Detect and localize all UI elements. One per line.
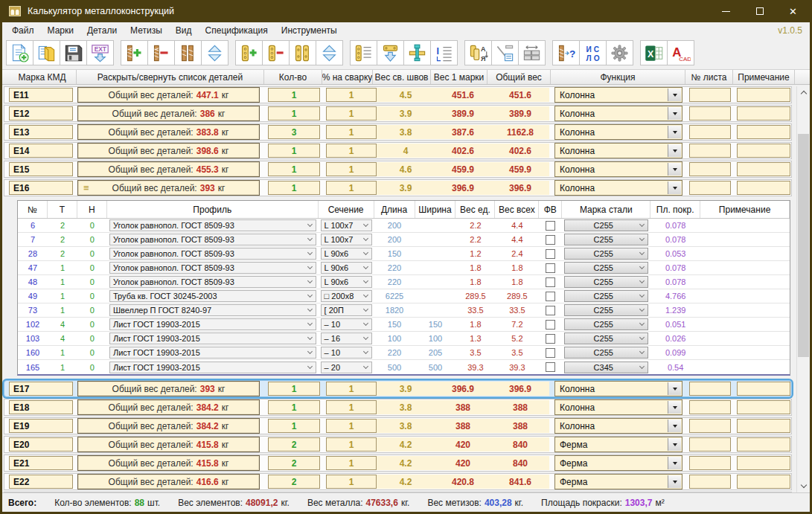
quantity-field[interactable]: 3 bbox=[268, 125, 320, 139]
fv-checkbox[interactable] bbox=[546, 221, 555, 231]
minimize-button[interactable] bbox=[709, 0, 743, 22]
function-select[interactable]: Колонна bbox=[554, 381, 682, 396]
weld-percent-field[interactable]: 1 bbox=[326, 456, 377, 470]
export-autocad-button[interactable]: ACAD bbox=[667, 40, 694, 65]
weld-percent-field[interactable]: 1 bbox=[326, 437, 377, 452]
section-select[interactable]: – 10 bbox=[321, 347, 372, 359]
note-field[interactable] bbox=[737, 400, 790, 414]
steel-grade-select[interactable]: C255 bbox=[564, 234, 648, 245]
note-field[interactable] bbox=[737, 88, 790, 102]
sheet-number-field[interactable] bbox=[689, 181, 731, 195]
sheet-number-field[interactable] bbox=[689, 162, 731, 176]
export-ext-button[interactable]: EXT bbox=[86, 40, 114, 65]
section-select[interactable]: L 90x6 bbox=[321, 262, 372, 274]
fv-checkbox[interactable] bbox=[546, 348, 555, 358]
fv-checkbox[interactable] bbox=[546, 235, 555, 245]
expand-details-button[interactable]: Общий вес деталей:416.6кг bbox=[77, 474, 260, 489]
weld-percent-field[interactable]: 1 bbox=[326, 88, 377, 102]
sort-marks-button[interactable]: АЯ bbox=[464, 40, 492, 65]
function-select[interactable]: Колонна bbox=[554, 418, 682, 434]
expand-details-button[interactable]: Общий вес деталей:398.6кг bbox=[77, 143, 260, 158]
note-field[interactable] bbox=[737, 382, 790, 396]
menu-item-2[interactable]: Марки bbox=[41, 23, 80, 38]
maximize-button[interactable] bbox=[743, 0, 776, 22]
profile-select[interactable]: Уголок равнопол. ГОСТ 8509-93 bbox=[109, 234, 316, 245]
quantity-field[interactable]: 2 bbox=[268, 475, 320, 489]
move-mark-button[interactable] bbox=[201, 40, 228, 65]
quantity-field[interactable]: 1 bbox=[268, 162, 320, 176]
insert-detail-button[interactable] bbox=[377, 40, 404, 65]
mark-input[interactable]: E20 bbox=[9, 437, 73, 452]
steel-grade-select[interactable]: C255 bbox=[564, 276, 648, 288]
function-select[interactable]: Колонна bbox=[554, 143, 682, 158]
expand-details-button[interactable]: Общий вес деталей:455.3кг bbox=[77, 161, 260, 177]
add-mark-button[interactable] bbox=[121, 40, 148, 65]
section-select[interactable]: [ 20П bbox=[321, 304, 372, 316]
save-button[interactable] bbox=[60, 40, 87, 65]
mark-input[interactable]: E15 bbox=[9, 162, 73, 176]
fv-checkbox[interactable] bbox=[546, 362, 555, 372]
menu-item-3[interactable]: Детали bbox=[80, 23, 124, 38]
sheet-number-field[interactable] bbox=[689, 419, 731, 433]
fv-checkbox[interactable] bbox=[546, 263, 555, 273]
steel-grade-select[interactable]: C255 bbox=[564, 290, 648, 302]
mark-input[interactable]: E16 bbox=[9, 181, 73, 195]
note-field[interactable] bbox=[737, 475, 790, 489]
note-field[interactable] bbox=[737, 144, 790, 158]
menu-item-5[interactable]: Вид bbox=[169, 23, 199, 38]
vertical-scrollbar[interactable] bbox=[796, 86, 810, 492]
mark-input[interactable]: E14 bbox=[9, 144, 73, 158]
fit-columns-button[interactable] bbox=[518, 40, 546, 65]
steel-grade-select[interactable]: C255 bbox=[564, 347, 648, 359]
new-document-button[interactable] bbox=[6, 40, 33, 65]
fasteners-button[interactable] bbox=[403, 40, 431, 65]
expand-details-button[interactable]: Общий вес деталей:415.8кг bbox=[77, 455, 260, 471]
numbering-button[interactable]: ИСЛО bbox=[579, 40, 607, 65]
weld-percent-field[interactable]: 1 bbox=[326, 181, 377, 195]
weld-percent-field[interactable]: 1 bbox=[326, 106, 377, 121]
sheet-number-field[interactable] bbox=[689, 125, 731, 139]
fv-checkbox[interactable] bbox=[546, 306, 555, 315]
sheet-number-field[interactable] bbox=[689, 382, 731, 396]
menu-item-7[interactable]: Инструменты bbox=[275, 23, 344, 38]
expand-details-button[interactable]: Общий вес деталей:386кг bbox=[77, 106, 260, 121]
fv-checkbox[interactable] bbox=[546, 249, 555, 259]
section-select[interactable]: L 90x6 bbox=[321, 276, 372, 288]
menu-item-1[interactable]: Файл bbox=[5, 23, 41, 38]
profile-select[interactable]: Лист ГОСТ 19903-2015 bbox=[109, 362, 316, 373]
profile-select[interactable]: Уголок равнопол. ГОСТ 8509-93 bbox=[109, 262, 316, 274]
function-select[interactable]: Колонна bbox=[554, 399, 682, 415]
sheet-number-field[interactable] bbox=[689, 400, 731, 414]
menu-item-6[interactable]: Спецификация bbox=[199, 23, 275, 38]
note-field[interactable] bbox=[737, 162, 790, 176]
section-select[interactable]: L 90x6 bbox=[321, 248, 372, 260]
move-detail-button[interactable] bbox=[316, 40, 343, 65]
add-detail-button[interactable] bbox=[235, 40, 263, 65]
delete-detail-button[interactable] bbox=[262, 40, 290, 65]
copy-mark-button[interactable] bbox=[174, 40, 202, 65]
section-select[interactable]: – 10 bbox=[321, 318, 372, 330]
copy-detail-button[interactable] bbox=[289, 40, 316, 65]
quantity-field[interactable]: 1 bbox=[268, 382, 320, 396]
quantity-field[interactable]: 2 bbox=[268, 456, 320, 470]
weld-percent-field[interactable]: 1 bbox=[326, 162, 377, 176]
function-select[interactable]: Колонна bbox=[554, 161, 682, 177]
expand-details-button[interactable]: Общий вес деталей:383.8кг bbox=[77, 124, 260, 140]
mark-input[interactable]: E11 bbox=[9, 88, 73, 102]
function-select[interactable]: Ферма bbox=[554, 437, 682, 452]
profile-select[interactable]: Лист ГОСТ 19903-2015 bbox=[109, 333, 316, 344]
section-select[interactable]: L 100x7 bbox=[321, 219, 372, 231]
note-field[interactable] bbox=[737, 181, 790, 195]
fv-checkbox[interactable] bbox=[546, 320, 555, 330]
mark-input[interactable]: E22 bbox=[9, 475, 73, 489]
note-field[interactable] bbox=[737, 125, 790, 139]
steel-grade-select[interactable]: C255 bbox=[564, 333, 648, 344]
profile-select[interactable]: Уголок равнопол. ГОСТ 8509-93 bbox=[109, 248, 316, 260]
section-select[interactable]: – 16 bbox=[321, 333, 372, 344]
settings-button[interactable] bbox=[606, 40, 633, 65]
sheet-number-field[interactable] bbox=[689, 88, 731, 102]
sheet-number-field[interactable] bbox=[689, 144, 731, 158]
weld-percent-field[interactable]: 1 bbox=[326, 382, 377, 396]
steel-grade-select[interactable]: C255 bbox=[564, 219, 648, 231]
open-document-button[interactable] bbox=[33, 40, 60, 65]
